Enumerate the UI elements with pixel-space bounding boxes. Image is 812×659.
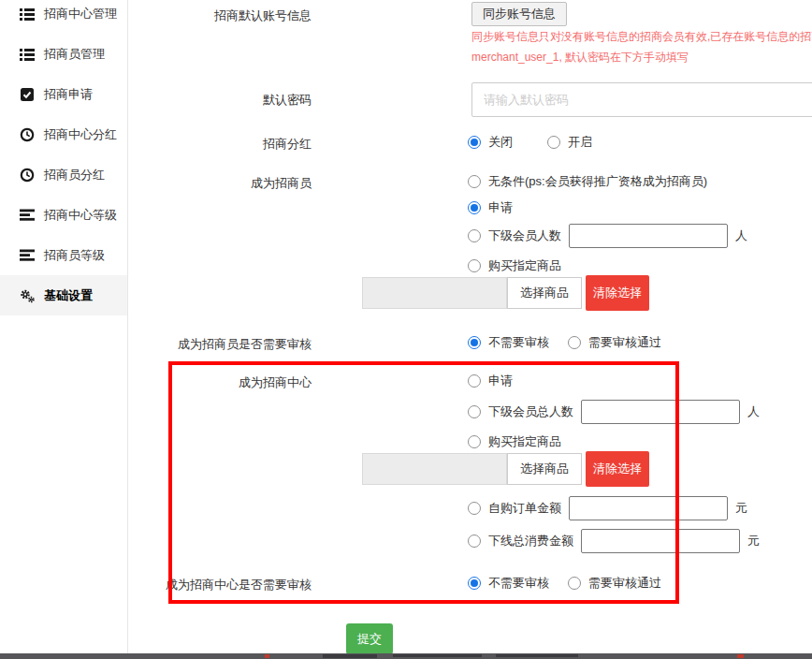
- account-info-label: 招商默认账号信息: [214, 7, 312, 24]
- become-center-label: 成为招商中心: [239, 374, 312, 391]
- radio-icon[interactable]: [468, 502, 481, 515]
- center-self-order-amount-input[interactable]: [569, 496, 728, 520]
- radio-label: 不需要审核: [488, 334, 549, 351]
- agent-clear-selection-button[interactable]: 清除选择: [586, 275, 649, 311]
- clock-icon: [20, 127, 35, 142]
- radio-icon[interactable]: [468, 201, 481, 214]
- radio-label: 申请: [488, 373, 513, 389]
- list-icon: [20, 47, 35, 62]
- radio-icon[interactable]: [568, 336, 581, 349]
- radio-icon[interactable]: [468, 435, 481, 448]
- sidebar-item-basic-settings[interactable]: 基础设置: [0, 275, 127, 315]
- radio-icon[interactable]: [468, 259, 481, 272]
- cogs-icon: [20, 288, 35, 303]
- radio-icon[interactable]: [568, 577, 581, 590]
- radio-icon[interactable]: [468, 374, 481, 388]
- radio-option-center-apply[interactable]: 申请: [468, 368, 513, 394]
- radio-label: 开启: [568, 134, 592, 151]
- agent-choose-product-button[interactable]: 选择商品: [507, 277, 582, 309]
- radio-icon[interactable]: [468, 577, 481, 590]
- radio-label: 下线总消费金额: [488, 533, 573, 549]
- radio-option-agent-unconditional[interactable]: 无条件(ps:会员获得推广资格成为招商员): [468, 168, 707, 195]
- center-total-sub-members-input[interactable]: [581, 400, 740, 424]
- align-left-icon: [20, 208, 35, 223]
- bottom-clipped-strip: [0, 653, 812, 659]
- unit-yuan: 元: [747, 533, 760, 549]
- sidebar-item-label: 招商员管理: [44, 46, 105, 63]
- sidebar: 招商中心管理 招商员管理 招商申请 招商中心分红: [0, 0, 128, 659]
- sidebar-item-label: 招商中心管理: [44, 6, 117, 22]
- settings-form: 招商默认账号信息 同步账号信息 同步账号信息只对没有账号信息的招商会员有效,已存…: [128, 0, 812, 659]
- radio-label: 申请: [488, 199, 513, 216]
- unit-yuan: 元: [735, 500, 747, 517]
- center-clear-selection-button[interactable]: 清除选择: [586, 451, 649, 487]
- radio-icon[interactable]: [468, 229, 481, 242]
- radio-option-center-buy-product[interactable]: 购买指定商品: [468, 429, 561, 455]
- dividend-label: 招商分红: [263, 136, 312, 153]
- radio-option-agent-review-no[interactable]: 不需要审核: [468, 330, 549, 356]
- become-agent-label: 成为招商员: [251, 175, 312, 192]
- radio-label: 需要审核通过: [588, 334, 661, 351]
- sidebar-items: 招商中心管理 招商员管理 招商申请 招商中心分红: [0, 0, 127, 315]
- center-choose-product-button[interactable]: 选择商品: [507, 453, 582, 485]
- submit-button[interactable]: 提交: [346, 623, 393, 654]
- app-root: 招商中心管理 招商员管理 招商申请 招商中心分红: [0, 0, 812, 659]
- radio-option-center-total-sub-members[interactable]: 下级会员总人数 人: [468, 399, 760, 425]
- center-review-label: 成为招商中心是否需要审核: [166, 577, 312, 593]
- radio-option-agent-apply[interactable]: 申请: [468, 195, 513, 221]
- sidebar-item-label: 招商中心分红: [44, 126, 117, 143]
- center-product-picker-input[interactable]: [362, 453, 507, 485]
- strip-red-mark: [265, 654, 269, 658]
- radio-option-agent-sub-member-count[interactable]: 下级会员人数 人: [468, 223, 747, 249]
- list-icon: [20, 7, 35, 22]
- radio-icon[interactable]: [468, 136, 481, 149]
- unit-person: 人: [735, 227, 747, 244]
- radio-label: 下级会员人数: [488, 227, 561, 244]
- sidebar-item-label: 招商员分红: [44, 167, 105, 183]
- radio-icon[interactable]: [468, 336, 481, 349]
- radio-icon[interactable]: [468, 175, 481, 188]
- radio-option-center-review-no[interactable]: 不需要审核: [468, 570, 549, 596]
- radio-label: 购买指定商品: [488, 257, 561, 274]
- radio-icon[interactable]: [547, 136, 560, 149]
- sync-account-button[interactable]: 同步账号信息: [471, 2, 567, 26]
- radio-label: 不需要审核: [488, 575, 549, 592]
- strip-red-mark: [737, 654, 744, 658]
- radio-label: 需要审核通过: [588, 575, 661, 592]
- sidebar-item-merchant-application[interactable]: 招商申请: [0, 74, 127, 114]
- sidebar-item-merchant-staff-management[interactable]: 招商员管理: [0, 34, 127, 74]
- strip-mark: [393, 654, 482, 657]
- sync-hint-line2: merchant_user_1, 默认密码在下方手动填写: [471, 50, 812, 65]
- sidebar-item-label: 招商员等级: [44, 247, 105, 264]
- center-downline-total-amount-input[interactable]: [581, 529, 740, 553]
- sidebar-item-merchant-center-level[interactable]: 招商中心等级: [0, 195, 127, 235]
- default-password-input[interactable]: [471, 82, 812, 117]
- sync-hint-line1: 同步账号信息只对没有账号信息的招商会员有效,已存在账号信息的招商会员不会执行该程…: [471, 29, 812, 44]
- unit-person: 人: [747, 403, 760, 420]
- check-square-icon: [20, 87, 35, 102]
- radio-label: 关闭: [488, 134, 513, 151]
- radio-option-center-review-yes[interactable]: 需要审核通过: [568, 570, 661, 596]
- radio-option-center-downline-total-amount[interactable]: 下线总消费金额 元: [468, 528, 760, 554]
- sidebar-item-label: 基础设置: [44, 287, 93, 304]
- radio-label: 购买指定商品: [488, 433, 561, 450]
- agent-review-label: 成为招商员是否需要审核: [178, 336, 312, 353]
- agent-product-picker-input[interactable]: [362, 277, 507, 309]
- radio-option-center-self-order-amount[interactable]: 自购订单金额 元: [468, 495, 747, 521]
- sidebar-item-merchant-staff-dividend[interactable]: 招商员分红: [0, 154, 127, 195]
- strip-mark: [496, 654, 578, 657]
- strip-mark: [323, 654, 377, 658]
- radio-label: 无条件(ps:会员获得推广资格成为招商员): [488, 173, 707, 190]
- radio-option-dividend-on[interactable]: 开启: [547, 129, 592, 155]
- radio-option-agent-buy-product[interactable]: 购买指定商品: [468, 253, 561, 279]
- sidebar-item-label: 招商申请: [44, 86, 93, 103]
- agent-sub-member-count-input[interactable]: [569, 224, 728, 248]
- radio-label: 下级会员总人数: [488, 403, 573, 420]
- radio-option-agent-review-yes[interactable]: 需要审核通过: [568, 330, 661, 356]
- sidebar-item-merchant-staff-level[interactable]: 招商员等级: [0, 235, 127, 275]
- radio-icon[interactable]: [468, 405, 481, 418]
- sidebar-item-merchant-center-dividend[interactable]: 招商中心分红: [0, 114, 127, 154]
- radio-option-dividend-off[interactable]: 关闭: [468, 129, 513, 155]
- sidebar-item-merchant-center-management[interactable]: 招商中心管理: [0, 0, 127, 34]
- radio-icon[interactable]: [468, 535, 481, 548]
